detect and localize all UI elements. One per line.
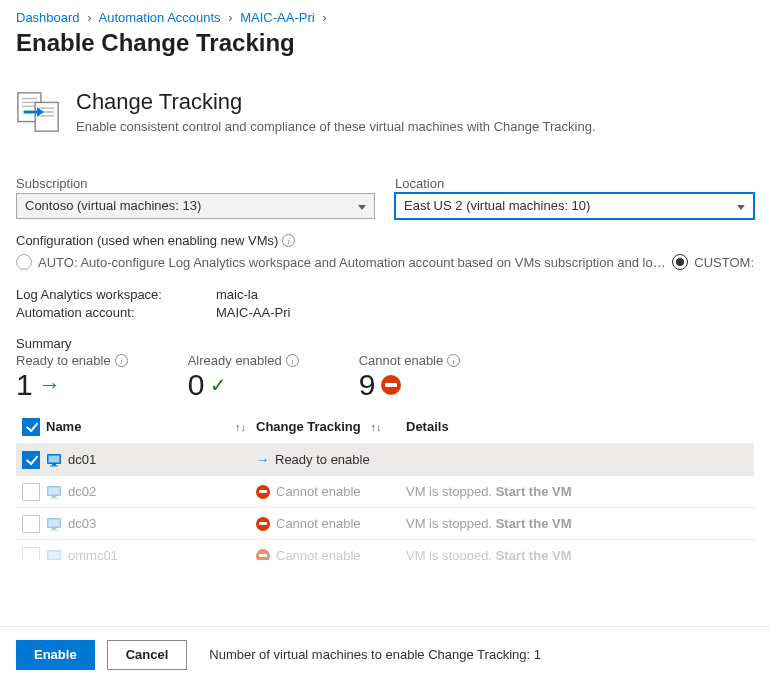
ready-to-enable-label: Ready to enable bbox=[16, 353, 111, 368]
row-checkbox bbox=[22, 483, 40, 501]
vm-detail: VM is stopped. bbox=[406, 484, 492, 499]
location-label: Location bbox=[395, 176, 754, 191]
change-tracking-status: Cannot enable bbox=[276, 548, 361, 560]
location-select[interactable]: East US 2 (virtual machines: 10) bbox=[395, 193, 754, 219]
config-auto-label: AUTO: Auto-configure Log Analytics works… bbox=[38, 255, 666, 270]
config-custom-label: CUSTOM: bbox=[694, 255, 754, 270]
config-custom-radio[interactable] bbox=[672, 254, 688, 270]
row-checkbox[interactable] bbox=[22, 451, 40, 469]
no-entry-icon bbox=[381, 375, 401, 395]
start-vm-link[interactable]: Start the VM bbox=[496, 548, 572, 560]
table-row[interactable]: ommc01 Cannot enable VM is stopped. Star… bbox=[16, 540, 754, 560]
change-tracking-status: Cannot enable bbox=[276, 516, 361, 531]
breadcrumb-automation-accounts[interactable]: Automation Accounts bbox=[98, 10, 220, 25]
vm-icon bbox=[46, 484, 62, 500]
select-all-checkbox[interactable] bbox=[22, 418, 40, 436]
cannot-enable-label: Cannot enable bbox=[359, 353, 444, 368]
configuration-label: Configuration (used when enabling new VM… bbox=[16, 233, 278, 248]
svg-rect-4 bbox=[35, 102, 58, 131]
no-entry-icon bbox=[256, 549, 270, 561]
cancel-button[interactable]: Cancel bbox=[107, 640, 188, 670]
cannot-enable-count[interactable]: 9 bbox=[359, 368, 461, 402]
breadcrumb: Dashboard › Automation Accounts › MAIC-A… bbox=[0, 0, 770, 29]
start-vm-link[interactable]: Start the VM bbox=[496, 484, 572, 499]
vm-table: Name ↑↓ Change Tracking ↑↓ Details dc01 … bbox=[0, 410, 770, 560]
automation-account-label: Automation account: bbox=[16, 304, 216, 322]
ready-to-enable-count[interactable]: 1 → bbox=[16, 368, 128, 402]
change-tracking-status: Cannot enable bbox=[276, 484, 361, 499]
row-checkbox bbox=[22, 515, 40, 533]
config-auto-radio[interactable] bbox=[16, 254, 32, 270]
start-vm-link[interactable]: Start the VM bbox=[496, 516, 572, 531]
svg-rect-19 bbox=[50, 529, 58, 530]
breadcrumb-dashboard[interactable]: Dashboard bbox=[16, 10, 80, 25]
vm-name: dc02 bbox=[68, 484, 96, 499]
info-icon[interactable]: i bbox=[447, 354, 460, 367]
no-entry-icon bbox=[256, 517, 270, 531]
chevron-right-icon: › bbox=[322, 10, 326, 25]
row-checkbox bbox=[22, 547, 40, 561]
info-icon[interactable]: i bbox=[282, 234, 295, 247]
info-icon[interactable]: i bbox=[286, 354, 299, 367]
svg-rect-9 bbox=[49, 455, 60, 462]
chevron-right-icon: › bbox=[87, 10, 91, 25]
svg-rect-18 bbox=[52, 528, 56, 530]
vm-icon bbox=[46, 452, 62, 468]
workspace-value: maic-la bbox=[216, 286, 258, 304]
info-icon[interactable]: i bbox=[115, 354, 128, 367]
vm-icon bbox=[46, 548, 62, 561]
sort-icon[interactable]: ↑↓ bbox=[235, 421, 256, 433]
column-header-name[interactable]: Name bbox=[46, 419, 81, 434]
already-enabled-label: Already enabled bbox=[188, 353, 282, 368]
arrow-right-icon: → bbox=[256, 452, 269, 467]
vm-name: dc03 bbox=[68, 516, 96, 531]
column-header-change-tracking[interactable]: Change Tracking bbox=[256, 419, 361, 434]
hero-title: Change Tracking bbox=[76, 89, 596, 115]
vm-detail: VM is stopped. bbox=[406, 516, 492, 531]
svg-rect-10 bbox=[52, 464, 56, 466]
workspace-label: Log Analytics workspace: bbox=[16, 286, 216, 304]
breadcrumb-maic-aa-pri[interactable]: MAIC-AA-Pri bbox=[240, 10, 314, 25]
arrow-right-icon: → bbox=[39, 372, 61, 398]
vm-name: ommc01 bbox=[68, 548, 118, 560]
hero-subtitle: Enable consistent control and compliance… bbox=[76, 119, 596, 134]
table-row[interactable]: dc01 → Ready to enable bbox=[16, 444, 754, 476]
svg-rect-14 bbox=[52, 496, 56, 498]
vm-name: dc01 bbox=[68, 452, 96, 467]
svg-rect-21 bbox=[49, 551, 60, 558]
svg-rect-11 bbox=[50, 465, 58, 466]
svg-rect-15 bbox=[50, 497, 58, 498]
already-enabled-count[interactable]: 0 ✓ bbox=[188, 368, 299, 402]
summary-label: Summary bbox=[0, 322, 770, 351]
table-row[interactable]: dc02 Cannot enable VM is stopped. Start … bbox=[16, 476, 754, 508]
column-header-details[interactable]: Details bbox=[406, 419, 449, 434]
footer: Enable Cancel Number of virtual machines… bbox=[0, 626, 770, 682]
svg-rect-13 bbox=[49, 487, 60, 494]
vm-detail: VM is stopped. bbox=[406, 548, 492, 560]
sort-icon[interactable]: ↑↓ bbox=[370, 421, 391, 433]
change-tracking-status: Ready to enable bbox=[275, 452, 370, 467]
svg-rect-17 bbox=[49, 519, 60, 526]
page-title: Enable Change Tracking bbox=[0, 29, 770, 75]
chevron-right-icon: › bbox=[228, 10, 232, 25]
vm-icon bbox=[46, 516, 62, 532]
hero: Change Tracking Enable consistent contro… bbox=[0, 75, 770, 158]
footer-count-text: Number of virtual machines to enable Cha… bbox=[209, 647, 541, 662]
enable-button[interactable]: Enable bbox=[16, 640, 95, 670]
change-tracking-icon bbox=[16, 89, 62, 138]
automation-account-value: MAIC-AA-Pri bbox=[216, 304, 290, 322]
check-icon: ✓ bbox=[210, 373, 227, 397]
table-row[interactable]: dc03 Cannot enable VM is stopped. Start … bbox=[16, 508, 754, 540]
subscription-label: Subscription bbox=[16, 176, 375, 191]
no-entry-icon bbox=[256, 485, 270, 499]
subscription-select[interactable]: Contoso (virtual machines: 13) bbox=[16, 193, 375, 219]
